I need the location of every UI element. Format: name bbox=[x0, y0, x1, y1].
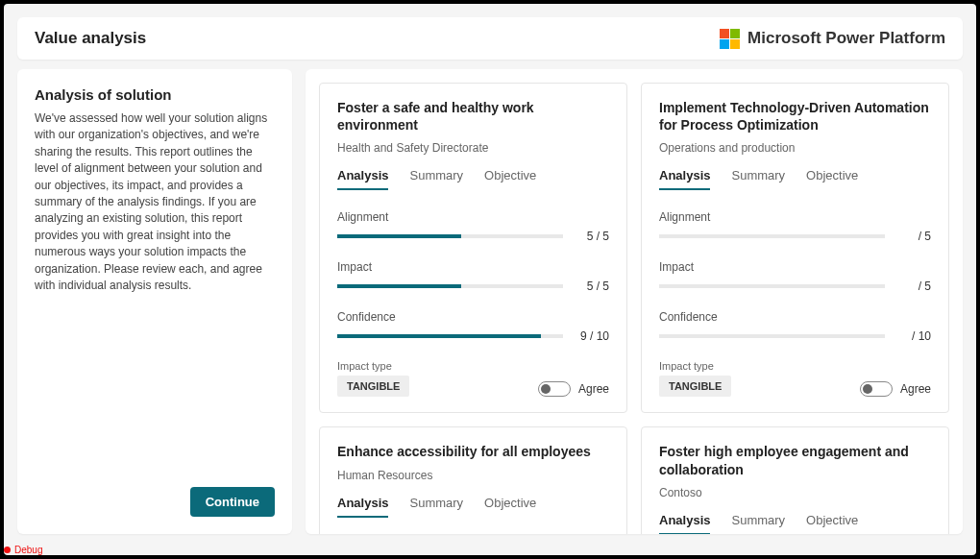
objective-subtitle: Health and Safety Directorate bbox=[337, 141, 609, 155]
tab-objective[interactable]: Objective bbox=[484, 496, 536, 518]
tab-objective[interactable]: Objective bbox=[806, 168, 858, 190]
brand-text: Microsoft Power Platform bbox=[747, 29, 945, 48]
page-title: Value analysis bbox=[35, 29, 146, 48]
debug-indicator: Debug bbox=[4, 545, 42, 555]
impact-label: Impact bbox=[659, 260, 931, 274]
impact-label: Impact bbox=[337, 260, 609, 274]
objective-card: Enhance accessibility for all employees … bbox=[319, 426, 627, 534]
objective-card: Implement Technology-Driven Automation f… bbox=[641, 83, 949, 413]
tab-summary[interactable]: Summary bbox=[731, 513, 785, 534]
tab-analysis[interactable]: Analysis bbox=[337, 496, 388, 518]
analysis-description-title: Analysis of solution bbox=[35, 86, 275, 103]
confidence-label: Confidence bbox=[337, 310, 609, 324]
agree-label: Agree bbox=[900, 382, 931, 396]
objective-title: Implement Technology-Driven Automation f… bbox=[659, 99, 931, 134]
tab-summary[interactable]: Summary bbox=[409, 496, 463, 518]
confidence-label: Confidence bbox=[659, 310, 931, 324]
tab-objective[interactable]: Objective bbox=[484, 168, 536, 190]
impact-bar bbox=[659, 284, 885, 288]
objective-tabs: Analysis Summary Objective bbox=[659, 168, 931, 191]
debug-dot-icon bbox=[4, 547, 11, 553]
tab-analysis[interactable]: Analysis bbox=[337, 168, 388, 190]
objective-tabs: Analysis Summary Objective bbox=[337, 496, 609, 519]
objective-card: Foster high employee engagement and coll… bbox=[641, 426, 949, 534]
impact-type-tag: TANGIBLE bbox=[337, 376, 409, 397]
objective-subtitle: Contoso bbox=[659, 486, 931, 499]
confidence-bar bbox=[659, 334, 885, 338]
alignment-bar bbox=[659, 234, 885, 238]
agree-label: Agree bbox=[578, 382, 609, 396]
agree-toggle[interactable] bbox=[860, 381, 893, 397]
objective-tabs: Analysis Summary Objective bbox=[337, 168, 609, 191]
analysis-description-text: We've assessed how well your solution al… bbox=[35, 110, 275, 477]
alignment-label: Alignment bbox=[659, 210, 931, 224]
impact-value: 5 / 5 bbox=[573, 280, 609, 293]
tab-analysis[interactable]: Analysis bbox=[659, 168, 710, 190]
objective-title: Enhance accessibility for all employees bbox=[337, 443, 609, 460]
debug-label: Debug bbox=[14, 545, 42, 555]
objective-title: Foster high employee engagement and coll… bbox=[659, 443, 931, 477]
brand: Microsoft Power Platform bbox=[720, 29, 945, 49]
analysis-description-panel: Analysis of solution We've assessed how … bbox=[17, 69, 292, 534]
continue-button[interactable]: Continue bbox=[190, 487, 275, 517]
tab-objective[interactable]: Objective bbox=[806, 513, 858, 534]
alignment-label: Alignment bbox=[337, 210, 609, 224]
tab-summary[interactable]: Summary bbox=[409, 168, 463, 190]
microsoft-logo-icon bbox=[720, 29, 740, 49]
objective-card: Foster a safe and healthy work environme… bbox=[319, 83, 627, 413]
objective-subtitle: Operations and production bbox=[659, 141, 931, 155]
impact-type-label: Impact type bbox=[659, 360, 731, 372]
impact-type-tag: TANGIBLE bbox=[659, 376, 731, 397]
confidence-bar bbox=[337, 334, 563, 338]
impact-bar bbox=[337, 284, 563, 288]
impact-value: / 5 bbox=[894, 280, 931, 293]
header-bar: Value analysis Microsoft Power Platform bbox=[17, 17, 963, 60]
alignment-value: / 5 bbox=[894, 230, 931, 243]
objectives-panel[interactable]: Foster a safe and healthy work environme… bbox=[306, 69, 963, 534]
alignment-value: 5 / 5 bbox=[573, 230, 609, 243]
objective-subtitle: Human Resources bbox=[337, 469, 609, 482]
confidence-value: 9 / 10 bbox=[573, 329, 609, 343]
agree-toggle[interactable] bbox=[538, 381, 571, 397]
tab-summary[interactable]: Summary bbox=[731, 168, 785, 190]
confidence-value: / 10 bbox=[894, 329, 931, 343]
impact-type-label: Impact type bbox=[337, 360, 409, 372]
alignment-bar bbox=[337, 234, 563, 238]
tab-analysis[interactable]: Analysis bbox=[659, 513, 710, 534]
objective-tabs: Analysis Summary Objective bbox=[659, 513, 931, 534]
objective-title: Foster a safe and healthy work environme… bbox=[337, 99, 609, 134]
